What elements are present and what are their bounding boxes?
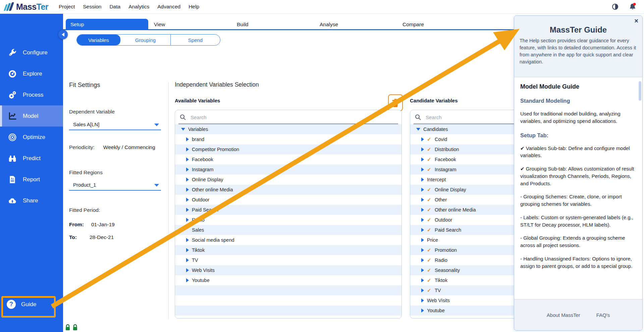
notifications-bell-icon[interactable] — [629, 3, 637, 11]
tree-row-instagram[interactable]: ✓Instagram — [410, 164, 521, 175]
chevron-right-icon[interactable] — [186, 218, 189, 222]
chevron-right-icon[interactable] — [186, 178, 189, 182]
tree-row-competitor-promotion[interactable]: Competitor Promotion — [175, 144, 401, 154]
tab-view[interactable]: View — [149, 19, 231, 30]
tree-row-distribution[interactable]: ✓Distribution — [410, 144, 521, 154]
scrollbar-thumb[interactable] — [639, 81, 641, 101]
chevron-right-icon[interactable] — [421, 178, 424, 182]
menu-item-advanced[interactable]: Advanced — [157, 4, 180, 10]
tree-row-web-visits[interactable]: Web Visits — [410, 295, 521, 305]
tree-row-paid-search[interactable]: Paid Search — [175, 205, 401, 215]
search-input[interactable] — [425, 114, 500, 121]
chevron-right-icon[interactable] — [186, 198, 189, 202]
tree-row-facebook[interactable]: Facebook — [175, 154, 401, 164]
tree-row-tv[interactable]: TV — [175, 255, 401, 265]
chevron-right-icon[interactable] — [421, 258, 424, 262]
tree-row-online-display[interactable]: Online Display — [175, 175, 401, 185]
menu-item-analytics[interactable]: Analytics — [128, 4, 149, 10]
tree-row-tv[interactable]: ✓TV — [410, 285, 521, 295]
sidebar-item-configure[interactable]: Configure — [0, 42, 63, 63]
chevron-down-icon[interactable] — [416, 128, 420, 131]
chevron-right-icon[interactable] — [421, 298, 424, 302]
tree-row-youtube[interactable]: Youtube — [175, 275, 401, 285]
chevron-right-icon[interactable] — [186, 278, 189, 282]
chevron-right-icon[interactable] — [421, 278, 424, 282]
chevron-right-icon[interactable] — [421, 238, 424, 242]
tree-row-radio[interactable]: ✓Radio — [410, 255, 521, 265]
tree-row-other-online-media[interactable]: ✓Other online Media — [410, 205, 521, 215]
chevron-right-icon[interactable] — [421, 198, 424, 202]
tab-setup[interactable]: Setup — [66, 19, 148, 30]
chevron-right-icon[interactable] — [186, 248, 189, 252]
chevron-right-icon[interactable] — [421, 228, 424, 232]
chevron-down-icon[interactable] — [181, 128, 185, 131]
chevron-right-icon[interactable] — [186, 188, 189, 192]
menu-item-project[interactable]: Project — [59, 4, 75, 10]
chevron-right-icon[interactable] — [421, 188, 424, 192]
sidebar-item-explore[interactable]: Explore — [0, 63, 63, 84]
search-input[interactable] — [190, 114, 346, 121]
tree-row-other-online-media[interactable]: Other online Media — [175, 185, 401, 195]
tree-row-instagram[interactable]: Instagram — [175, 164, 401, 175]
sidebar-item-report[interactable]: Report — [0, 169, 63, 190]
chevron-right-icon[interactable] — [186, 157, 189, 161]
chevron-right-icon[interactable] — [421, 309, 424, 313]
tree-row-other[interactable]: ✓Other — [410, 195, 521, 205]
tab-analyse[interactable]: Analyse — [314, 19, 397, 30]
chevron-right-icon[interactable] — [421, 218, 424, 222]
chevron-right-icon[interactable] — [421, 288, 424, 292]
chevron-right-icon[interactable] — [421, 248, 424, 252]
chevron-right-icon[interactable] — [421, 168, 424, 172]
menu-item-session[interactable]: Session — [83, 4, 101, 10]
chevron-right-icon[interactable] — [421, 268, 424, 272]
chevron-right-icon[interactable] — [421, 137, 424, 141]
sidebar-item-predict[interactable]: Predict — [0, 148, 63, 169]
tab-compare[interactable]: Compare — [397, 19, 480, 30]
tree-row-youtube[interactable]: Youtube — [410, 305, 521, 316]
chevron-right-icon[interactable] — [186, 268, 189, 272]
subtab-grouping[interactable]: Grouping — [120, 35, 171, 45]
chevron-right-icon[interactable] — [421, 147, 424, 151]
remove-variable-button[interactable] — [388, 94, 403, 111]
fitted-regions-dropdown[interactable]: Product_1 — [69, 181, 161, 191]
tree-row-promotion[interactable]: ✓Promotion — [410, 245, 521, 255]
tree-row-brand[interactable]: brand — [175, 134, 401, 144]
tree-row-online-display[interactable]: ✓Online Display — [410, 185, 521, 195]
menu-item-data[interactable]: Data — [109, 4, 120, 10]
chevron-right-icon[interactable] — [186, 238, 189, 242]
tree-row-outdoor[interactable]: ✓Outdoor — [410, 215, 521, 225]
close-icon[interactable]: × — [634, 17, 638, 25]
tree-row-paid-search[interactable]: ✓Paid Search — [410, 225, 521, 235]
faqs-link[interactable]: FAQ's — [596, 312, 610, 318]
chevron-right-icon[interactable] — [186, 258, 189, 262]
chevron-right-icon[interactable] — [186, 147, 189, 151]
chevron-right-icon[interactable] — [186, 208, 189, 212]
tree-row-sales[interactable]: Sales — [175, 225, 401, 235]
menu-item-help[interactable]: Help — [189, 4, 199, 10]
chevron-right-icon[interactable] — [421, 157, 424, 161]
sidebar-collapse-button[interactable] — [58, 30, 68, 39]
tree-row-tiktok[interactable]: ✓Tiktok — [410, 275, 521, 285]
tree-row-price[interactable]: Price — [410, 235, 521, 245]
tree-row-radio[interactable]: Radio — [175, 215, 401, 225]
tree-row-outdoor[interactable]: Outdoor — [175, 195, 401, 205]
tab-build[interactable]: Build — [231, 19, 314, 30]
chevron-right-icon[interactable] — [186, 168, 189, 172]
theme-contrast-icon[interactable] — [612, 3, 619, 10]
tree-row-facebook[interactable]: ✓Facebook — [410, 154, 521, 164]
tree-row-intercept[interactable]: Intercept — [410, 175, 521, 185]
chevron-right-icon[interactable] — [186, 137, 189, 141]
tree-row-tiktok[interactable]: Tiktok — [175, 245, 401, 255]
candidate-search[interactable] — [410, 110, 521, 124]
about-masster-link[interactable]: About MassTer — [547, 312, 580, 318]
tree-row-variables[interactable]: Variables — [175, 124, 401, 134]
sidebar-item-guide[interactable]: ? Guide — [7, 300, 36, 309]
available-search[interactable] — [175, 110, 401, 124]
chevron-right-icon[interactable] — [421, 208, 424, 212]
tree-row-seasonality[interactable]: ✓Seasonality — [410, 265, 521, 275]
sidebar-item-process[interactable]: Process — [0, 84, 63, 105]
tree-row-covid[interactable]: ✓Covid — [410, 134, 521, 144]
tree-row-web-visits[interactable]: Web Visits — [175, 265, 401, 275]
subtab-spend[interactable]: Spend — [171, 35, 220, 45]
sidebar-item-model[interactable]: Model — [0, 105, 63, 127]
